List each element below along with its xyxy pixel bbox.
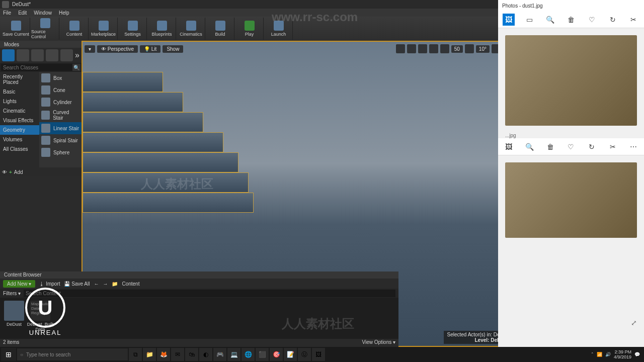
nav-fwd-icon[interactable]: → — [103, 281, 108, 287]
photos-favorite-icon[interactable]: ♡ — [586, 14, 598, 26]
translate-icon[interactable] — [396, 44, 405, 53]
viewport-menu-icon[interactable]: ▾ — [85, 45, 95, 53]
cat-visual-effects[interactable]: Visual Effects — [0, 116, 39, 125]
taskbar-app-icon[interactable]: 📁 — [143, 348, 156, 361]
taskbar-app-icon[interactable]: 🛍 — [185, 348, 198, 361]
shape-spiral-stair[interactable]: Spiral Stair — [39, 134, 82, 146]
notifications-icon[interactable]: 💬 — [634, 352, 640, 357]
cat-volumes[interactable]: Volumes — [0, 135, 39, 144]
taskbar-app-icon[interactable]: 🦊 — [157, 348, 170, 361]
taskbar-search[interactable]: ○ Type here to search — [17, 348, 128, 360]
taskbar-app-icon[interactable]: 📝 — [284, 348, 297, 361]
expand-icon[interactable]: ⤢ — [631, 319, 637, 327]
paint-mode-icon[interactable] — [17, 49, 29, 61]
taskbar-app-icon[interactable]: 🎮 — [213, 348, 226, 361]
shape-box[interactable]: Box — [39, 72, 82, 84]
menu-edit[interactable]: Edit — [18, 10, 27, 16]
clock-date[interactable]: 4/9/2019 — [614, 354, 631, 359]
import-button[interactable]: ⭳ Import — [39, 281, 60, 287]
snap-grid-icon[interactable] — [440, 44, 449, 53]
content-browser-tab[interactable]: Content Browser — [0, 272, 398, 279]
cinematics-button[interactable]: Cinematics — [177, 18, 205, 40]
menu-help[interactable]: Help — [59, 10, 69, 16]
search-icon[interactable]: 🔍 — [72, 64, 80, 71]
clock-time[interactable]: 2:39 PM — [614, 349, 631, 354]
cat-cinematic[interactable]: Cinematic — [0, 106, 39, 116]
photos-crop-icon[interactable]: ✂ — [627, 14, 639, 26]
show-button[interactable]: Show — [163, 45, 183, 53]
place-mode-icon[interactable] — [2, 49, 15, 61]
view-options-button[interactable]: View Options ▾ — [362, 339, 395, 346]
add-icon[interactable]: + — [9, 169, 12, 175]
taskbar-app-icon[interactable]: 🎯 — [270, 348, 283, 361]
photos-delete-icon[interactable]: 🗑 — [544, 141, 556, 153]
marketplace-button[interactable]: Marketplace — [90, 18, 118, 40]
path-content[interactable]: Content — [122, 281, 139, 287]
cat-all-classes[interactable]: All Classes — [0, 144, 39, 154]
snap-angle-value[interactable]: 10° — [476, 45, 490, 53]
shape-curved-stair[interactable]: Curved Stair — [39, 108, 82, 122]
perspective-button[interactable]: 👁 Perspective — [97, 45, 138, 53]
rotate-icon[interactable] — [407, 44, 416, 53]
taskbar-photos-icon[interactable]: 🖼 — [312, 348, 325, 361]
snap-grid-value[interactable]: 50 — [451, 45, 463, 53]
nav-back-icon[interactable]: ← — [94, 281, 99, 287]
taskbar-ue-icon[interactable]: Ⓤ — [298, 348, 311, 361]
photos-rotate-icon[interactable]: ↻ — [607, 14, 619, 26]
photos-zoom-icon[interactable]: 🔍 — [544, 14, 556, 26]
taskbar-app-icon[interactable]: ⬛ — [256, 348, 269, 361]
start-button[interactable]: ⊞ — [1, 348, 16, 361]
snap-angle-icon[interactable] — [465, 44, 474, 53]
tray-volume-icon[interactable]: 🔊 — [605, 352, 611, 357]
settings-button[interactable]: Settings — [119, 18, 147, 40]
menu-file[interactable]: File — [3, 10, 11, 16]
photos-more-icon[interactable]: ⋯ — [627, 141, 639, 153]
taskbar-app-icon[interactable]: ◐ — [199, 348, 212, 361]
linear-stair-mesh[interactable] — [83, 72, 254, 243]
shape-linear-stair[interactable]: Linear Stair — [39, 122, 82, 134]
task-view-icon[interactable]: ⧉ — [129, 348, 142, 361]
photos-image-1[interactable] — [505, 35, 637, 126]
content-search-input[interactable] — [24, 290, 395, 297]
launch-button[interactable]: Launch — [265, 18, 293, 40]
save-all-button[interactable]: 💾 Save All — [64, 281, 90, 287]
photos-favorite-icon[interactable]: ♡ — [565, 141, 577, 153]
cat-geometry[interactable]: Geometry — [0, 125, 39, 135]
shape-cone[interactable]: Cone — [39, 84, 82, 96]
modes-tab[interactable]: Modes — [0, 41, 82, 48]
play-button[interactable]: Play — [235, 18, 264, 40]
content-button[interactable]: Content — [60, 18, 89, 40]
blueprints-button[interactable]: Blueprints — [148, 18, 176, 40]
folder-icon[interactable]: 📁 — [112, 281, 118, 287]
geometry-mode-icon[interactable] — [60, 49, 73, 61]
tray-network-icon[interactable]: 📶 — [597, 352, 602, 357]
taskbar-app-icon[interactable]: ✉ — [171, 348, 184, 361]
photos-zoom-icon[interactable]: 🔍 — [523, 141, 535, 153]
photos-image-2[interactable] — [505, 162, 637, 238]
tray-up-icon[interactable]: ˄ — [591, 352, 594, 357]
photos-delete-icon[interactable]: 🗑 — [565, 14, 577, 26]
save-current-button[interactable]: Save Current — [2, 18, 30, 40]
photos-slideshow-icon[interactable]: ▭ — [523, 14, 535, 26]
shape-sphere[interactable]: Sphere — [39, 146, 82, 158]
photos-crop-icon[interactable]: ✂ — [607, 141, 619, 153]
build-button[interactable]: Build — [206, 18, 234, 40]
taskbar-app-icon[interactable]: 🌐 — [242, 348, 255, 361]
search-classes-input[interactable] — [1, 64, 72, 71]
cat-basic[interactable]: Basic — [0, 87, 39, 97]
foliage-mode-icon[interactable] — [46, 49, 58, 61]
photos-view-icon[interactable]: 🖼 — [503, 141, 515, 153]
cat-lights[interactable]: Lights — [0, 97, 39, 106]
menu-window[interactable]: Window — [34, 10, 52, 16]
add-new-button[interactable]: Add New ▾ — [3, 280, 35, 288]
coord-icon[interactable] — [429, 44, 438, 53]
source-control-button[interactable]: Source Control — [31, 18, 59, 40]
modes-overflow-icon[interactable]: » — [75, 51, 79, 60]
landscape-mode-icon[interactable] — [31, 49, 44, 61]
cat-recently-placed[interactable]: Recently Placed — [0, 72, 39, 87]
photos-rotate-icon[interactable]: ↻ — [586, 141, 598, 153]
shape-cylinder[interactable]: Cylinder — [39, 96, 82, 108]
eye-icon[interactable]: 👁 — [2, 169, 7, 175]
lit-button[interactable]: 💡 Lit — [140, 45, 160, 53]
taskbar-app-icon[interactable]: 💻 — [227, 348, 240, 361]
